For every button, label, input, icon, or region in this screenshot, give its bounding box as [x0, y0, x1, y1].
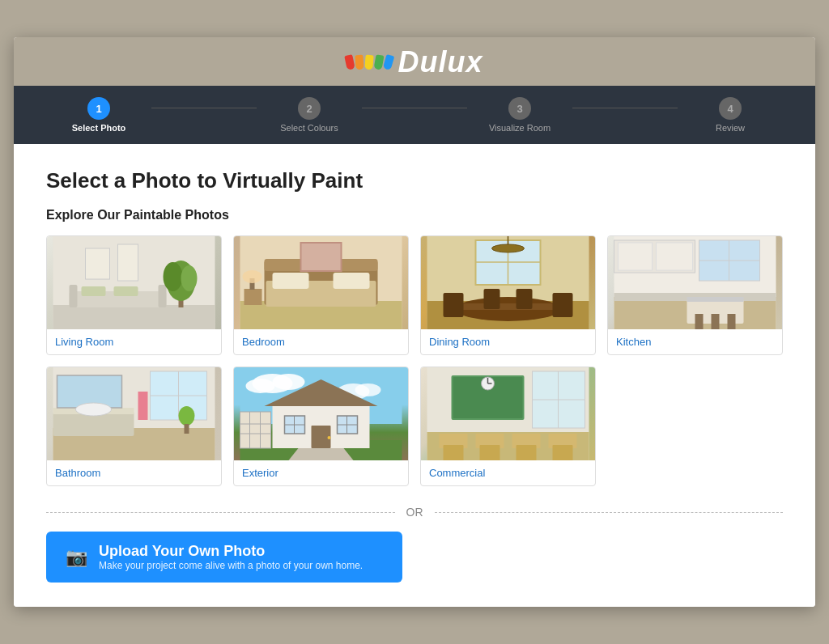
photo-card-dining-room[interactable]: Dining Room	[420, 235, 596, 355]
upload-photo-button[interactable]: 📷 Upload Your Own Photo Make your projec…	[46, 532, 402, 583]
svg-rect-103	[553, 445, 573, 460]
step-1-circle: 1	[87, 97, 110, 120]
step-2-circle: 2	[298, 97, 321, 120]
photo-label-exterior: Exterior	[234, 460, 408, 485]
photo-label-dining-room: Dining Room	[421, 329, 595, 354]
svg-rect-7	[82, 286, 106, 296]
step-1[interactable]: 1 Select Photo	[46, 97, 151, 133]
upload-subtitle: Make your project come alive with a phot…	[99, 560, 363, 571]
svg-rect-48	[695, 314, 704, 329]
svg-rect-100	[444, 445, 464, 460]
svg-rect-19	[334, 273, 370, 289]
step-1-label: Select Photo	[72, 123, 126, 133]
svg-point-66	[246, 379, 275, 393]
svg-rect-5	[70, 285, 78, 307]
step-4-label: Review	[716, 123, 745, 133]
svg-rect-1	[53, 305, 215, 329]
photo-thumb-living-room	[47, 236, 221, 329]
svg-point-11	[164, 262, 183, 291]
step-2-label: Select Colours	[280, 123, 338, 133]
photo-thumb-exterior	[234, 367, 408, 460]
svg-rect-47	[687, 297, 744, 302]
photo-card-kitchen[interactable]: Kitchen	[607, 235, 783, 355]
svg-point-12	[181, 265, 198, 291]
step-4-circle: 4	[719, 97, 742, 120]
logo-bar: Dulux	[14, 37, 815, 86]
photo-thumb-kitchen	[608, 236, 782, 329]
svg-rect-49	[712, 314, 720, 329]
stroke-green	[374, 54, 385, 70]
photo-card-living-room[interactable]: Living Room	[46, 235, 222, 355]
svg-rect-18	[273, 273, 309, 289]
svg-point-59	[76, 403, 112, 416]
photo-card-bathroom[interactable]: Bathroom	[46, 366, 222, 486]
page-title: Select a Photo to Virtually Paint	[46, 168, 783, 193]
step-connector-1	[151, 108, 257, 108]
photo-thumb-bedroom	[234, 236, 408, 329]
step-2[interactable]: 2 Select Colours	[257, 97, 362, 133]
svg-rect-34	[553, 293, 573, 317]
step-3-circle: 3	[508, 97, 531, 120]
svg-rect-36	[517, 289, 533, 309]
svg-rect-81	[240, 412, 271, 448]
or-text: OR	[406, 506, 423, 519]
upload-title: Upload Your Own Photo	[99, 543, 363, 560]
app-wrapper: Dulux 1 Select Photo 2 Select Colours 3 …	[14, 37, 815, 607]
step-3-label: Visualize Room	[489, 123, 551, 133]
svg-rect-40	[619, 243, 653, 270]
svg-rect-50	[728, 314, 736, 329]
photo-grid-row2: Bathroom	[46, 366, 783, 486]
svg-point-61	[179, 406, 195, 426]
svg-point-80	[328, 436, 331, 439]
svg-rect-101	[480, 445, 500, 460]
photo-label-kitchen: Kitchen	[608, 329, 782, 354]
app-name: Dulux	[397, 45, 483, 79]
svg-rect-23	[301, 243, 342, 271]
stroke-blue	[383, 54, 395, 70]
photo-grid-row1: Living Room	[46, 235, 783, 355]
photo-label-commercial: Commercial	[421, 460, 595, 485]
paint-strokes-icon	[346, 55, 393, 70]
svg-rect-35	[484, 289, 500, 309]
step-connector-3	[572, 108, 678, 108]
photo-label-bathroom: Bathroom	[47, 460, 221, 485]
svg-rect-6	[159, 285, 167, 307]
photo-thumb-dining-room	[421, 236, 595, 329]
dulux-logo: Dulux	[346, 45, 483, 79]
photo-label-bedroom: Bedroom	[234, 329, 408, 354]
stroke-yellow	[365, 55, 374, 70]
svg-point-29	[492, 244, 525, 252]
camera-icon: 📷	[66, 547, 87, 568]
svg-rect-8	[114, 286, 138, 296]
svg-rect-41	[657, 243, 693, 270]
svg-point-22	[243, 270, 262, 283]
step-3[interactable]: 3 Visualize Room	[467, 97, 572, 133]
svg-rect-3	[118, 244, 138, 281]
svg-point-65	[273, 374, 305, 390]
photo-card-exterior[interactable]: Exterior	[233, 366, 409, 486]
photo-label-living-room: Living Room	[47, 329, 221, 354]
photo-thumb-bathroom	[47, 367, 221, 460]
stroke-red	[345, 54, 356, 70]
or-divider: OR	[46, 506, 783, 519]
section-title: Explore Our Paintable Photos	[46, 208, 783, 222]
main-content: Select a Photo to Virtually Paint Explor…	[14, 144, 815, 607]
stroke-orange	[355, 55, 364, 70]
svg-rect-20	[244, 289, 262, 305]
photo-card-bedroom[interactable]: Bedroom	[233, 235, 409, 355]
svg-rect-62	[185, 424, 189, 434]
photo-card-commercial[interactable]: Commercial	[420, 366, 596, 486]
svg-rect-102	[517, 445, 537, 460]
svg-rect-32	[456, 303, 561, 310]
stepper: 1 Select Photo 2 Select Colours 3 Visual…	[14, 86, 815, 144]
step-4[interactable]: 4 Review	[678, 97, 783, 133]
svg-point-68	[355, 383, 381, 396]
photo-thumb-commercial	[421, 367, 595, 460]
svg-rect-60	[138, 392, 148, 420]
step-connector-2	[362, 108, 467, 108]
svg-rect-2	[86, 248, 110, 279]
svg-rect-33	[444, 293, 464, 317]
